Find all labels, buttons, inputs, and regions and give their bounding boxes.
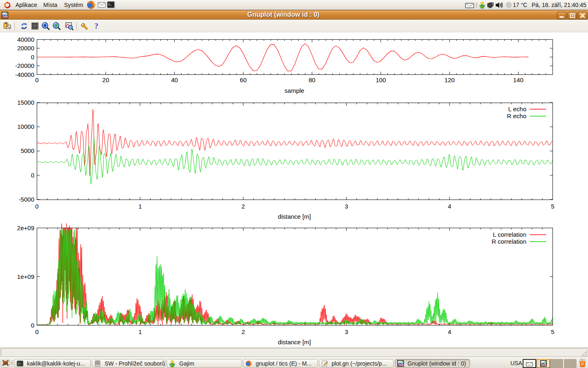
svg-text:1: 1: [138, 328, 142, 335]
svg-text:-20000: -20000: [15, 62, 34, 69]
svg-text:0: 0: [31, 172, 34, 179]
svg-text:3: 3: [345, 203, 348, 210]
svg-text:140: 140: [513, 76, 523, 83]
svg-text:60: 60: [240, 76, 247, 83]
svg-text:0: 0: [35, 203, 38, 210]
svg-text:distance [m]: distance [m]: [278, 339, 311, 346]
svg-text:20000: 20000: [17, 45, 34, 52]
svg-text:40: 40: [171, 76, 178, 83]
svg-text:2: 2: [242, 328, 245, 335]
svg-text:-40000: -40000: [15, 71, 34, 78]
svg-text:sample: sample: [285, 87, 304, 94]
svg-text:2: 2: [242, 203, 245, 210]
svg-text:40000: 40000: [17, 36, 34, 43]
svg-text:100: 100: [376, 76, 386, 83]
svg-text:5: 5: [551, 328, 554, 335]
svg-text:R echo: R echo: [507, 112, 526, 119]
svg-text:10000: 10000: [17, 123, 34, 130]
svg-text:5000: 5000: [21, 147, 34, 154]
svg-text:1: 1: [138, 203, 142, 210]
svg-text:L echo: L echo: [508, 105, 526, 112]
svg-text:1e+09: 1e+09: [17, 273, 34, 280]
svg-text:0: 0: [31, 322, 34, 329]
svg-text:0: 0: [31, 54, 34, 61]
svg-text:distance [m]: distance [m]: [278, 213, 311, 220]
svg-text:15000: 15000: [17, 99, 34, 106]
svg-text:?: ?: [94, 22, 98, 30]
svg-text:-5000: -5000: [19, 196, 34, 203]
svg-text:4: 4: [448, 328, 451, 335]
svg-text:4: 4: [448, 203, 451, 210]
svg-text:80: 80: [309, 76, 316, 83]
svg-text:2e+09: 2e+09: [17, 224, 34, 231]
svg-text:20: 20: [102, 76, 109, 83]
svg-text:120: 120: [444, 76, 454, 83]
svg-text:3: 3: [345, 328, 348, 335]
svg-text:0: 0: [35, 76, 38, 83]
svg-text:R correlation: R correlation: [492, 238, 526, 245]
svg-text:5: 5: [551, 203, 554, 210]
svg-text:0: 0: [35, 328, 38, 335]
svg-text:L correlation: L correlation: [493, 231, 526, 238]
